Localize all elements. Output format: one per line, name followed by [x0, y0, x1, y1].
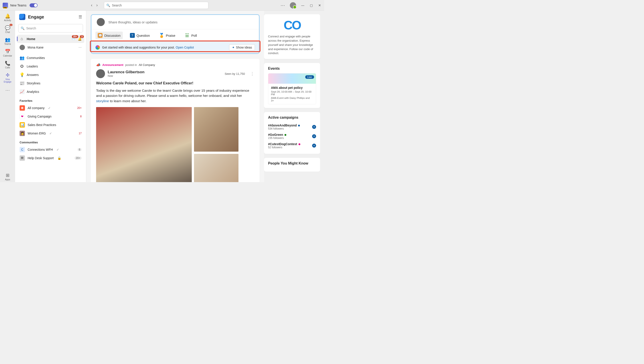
favorite-giving-campaign[interactable]: ❤Giving Campaign8 — [17, 112, 84, 121]
event-item[interactable]: Live AMA about pet policy Sept 28, 10:00… — [268, 73, 316, 104]
phone-icon: 📞 — [1, 61, 14, 66]
minimize-button[interactable]: — — [301, 4, 304, 7]
composer: Share thoughts, ideas or updates 💬Discus… — [91, 14, 260, 54]
community-help-desk[interactable]: 🛠Help Desk Support🔒20+ — [17, 154, 84, 162]
campaign-gogreen[interactable]: #GoGreen235 followers+ — [268, 132, 316, 141]
inbox-icon[interactable]: 📨20+ — [72, 37, 75, 41]
copilot-bar: Get started with ideas and suggestions f… — [92, 42, 259, 53]
add-icon[interactable]: + — [312, 134, 316, 138]
rail-viva-engage[interactable]: ✣Viva Engage — [1, 71, 14, 84]
event-title: AMA about pet policy — [271, 86, 313, 90]
post-card: 📣 Announcement posted in All Company Lau… — [91, 59, 260, 182]
rail-more-icon[interactable]: ⋯ — [5, 88, 10, 93]
bell-icon: 🔔 — [1, 13, 14, 19]
post-community-link[interactable]: All Company — [138, 63, 155, 67]
event-when: Sept 28, 10:00 AM – Sept 29, 10:00 PM — [271, 90, 313, 96]
campaigns-card: Active campaigns #AboveAndBeyond534 foll… — [264, 112, 320, 154]
announcement-icon: 📣 — [96, 63, 100, 67]
nav-home[interactable]: ⌂ Home 📨20+ 🔔3 — [17, 35, 84, 43]
global-search[interactable]: 🔍 Search — [104, 2, 208, 9]
composer-input-row[interactable]: Share thoughts, ideas or updates — [92, 15, 259, 29]
community-icon: ❤ — [20, 114, 25, 119]
campaign-above-beyond[interactable]: #AboveAndBeyond534 followers+ — [268, 122, 316, 132]
app-name: New Teams — [10, 4, 26, 7]
question-icon: ? — [130, 33, 135, 38]
tab-poll[interactable]: ☱Poll — [182, 32, 199, 39]
tab-question[interactable]: ?Question — [128, 32, 152, 39]
communities-icon: 👥 — [20, 56, 24, 60]
favorite-women-erg[interactable]: 👩Women ERG✓17 — [17, 129, 84, 138]
events-heading: Events — [268, 67, 316, 71]
new-teams-toggle[interactable] — [30, 3, 38, 7]
app-rail: 🔔Activity 💬Chat1 👥Teams 📅Calendar 📞Calls… — [0, 11, 15, 182]
favorites-heading: Favorites — [17, 96, 84, 104]
show-ideas-button[interactable]: ✦Show ideas — [229, 44, 255, 51]
post-title: Welcome Carole Poland, our new Chief Exe… — [96, 81, 254, 85]
add-icon[interactable]: + — [312, 144, 316, 148]
rail-calendar[interactable]: 📅Calendar — [1, 48, 14, 58]
engage-search[interactable]: 🔍 Search — [18, 24, 83, 33]
verified-icon: ✓ — [56, 148, 59, 151]
author-name[interactable]: Laurence Gilbertson — [108, 70, 144, 74]
nav-arrows: ‹ › — [91, 3, 98, 8]
rail-calls[interactable]: 📞Calls — [1, 59, 14, 70]
tab-discussion[interactable]: 💬Discussion — [96, 32, 123, 39]
post-time: Now — [108, 74, 144, 78]
maximize-button[interactable]: ▢ — [310, 4, 313, 7]
campaign-cutestdog[interactable]: #CutestDogContest52 followers+ — [268, 141, 316, 150]
more-icon[interactable]: ⋯ — [78, 46, 82, 49]
rail-teams[interactable]: 👥Teams — [1, 36, 14, 47]
composer-placeholder: Share thoughts, ideas or updates — [108, 20, 158, 24]
gallery-image-3[interactable] — [194, 154, 238, 182]
community-icon: 👩 — [20, 131, 25, 136]
post-menu-icon[interactable]: ⋮ — [250, 71, 254, 76]
copilot-text: Get started with ideas and suggestions f… — [102, 46, 194, 49]
chat-icon: 💬 — [1, 25, 14, 31]
nav-back-icon[interactable]: ‹ — [91, 3, 92, 8]
tab-praise[interactable]: 🏅Praise — [157, 32, 178, 39]
sparkle-icon: ✦ — [232, 46, 235, 49]
user-avatar[interactable] — [290, 2, 296, 9]
community-icon: 🛠 — [20, 155, 25, 161]
favorite-all-company[interactable]: ✽All company✓20+ — [17, 104, 84, 112]
notifications-icon[interactable]: 🔔3 — [78, 37, 82, 41]
gallery-image-2[interactable] — [194, 107, 238, 152]
engage-logo-icon — [19, 14, 25, 20]
rail-chat[interactable]: 💬Chat1 — [1, 24, 14, 35]
main-feed: Share thoughts, ideas or updates 💬Discus… — [86, 11, 264, 182]
storyline-link[interactable]: storyline — [96, 99, 109, 103]
org-intro-text: Connect and engage with people across th… — [268, 35, 316, 56]
community-icon: 📊 — [20, 122, 25, 128]
gallery-image-1[interactable] — [96, 107, 192, 182]
people-card: People You Might Know — [264, 158, 320, 172]
nav-storylines[interactable]: 📰Storylines — [17, 79, 84, 88]
community-connections-wfh[interactable]: CConnections WFH✓6 — [17, 145, 84, 154]
live-badge: Live — [305, 75, 314, 79]
rail-apps[interactable]: ⊞Apps — [1, 171, 14, 182]
praise-icon: 🏅 — [159, 33, 164, 38]
favorite-sales-best-practices[interactable]: 📊Sales Best Practices — [17, 121, 84, 129]
lock-icon: 🔒 — [58, 156, 61, 160]
events-card: Events Live AMA about pet policy Sept 28… — [264, 63, 320, 108]
calendar-icon: 📅 — [1, 49, 14, 54]
rail-activity[interactable]: 🔔Activity — [1, 12, 14, 23]
nav-answers[interactable]: 💡Answers — [17, 71, 84, 79]
author-avatar[interactable] — [96, 69, 105, 78]
chat-badge: 1 — [10, 24, 12, 26]
hamburger-icon[interactable]: ☰ — [78, 15, 82, 19]
nav-user-mona[interactable]: Mona Kane ⋯ — [17, 43, 84, 52]
nav-communities[interactable]: 👥Communities — [17, 54, 84, 62]
seen-by[interactable]: Seen by 11,750 — [225, 72, 245, 76]
verified-icon: ✓ — [50, 132, 52, 135]
org-logo: CO — [268, 18, 316, 32]
close-button[interactable]: ✕ — [318, 4, 322, 7]
nav-analytics[interactable]: 📈Analytics — [17, 88, 84, 96]
more-icon[interactable]: ⋯ — [280, 3, 285, 8]
add-icon[interactable]: + — [312, 125, 316, 129]
people-icon: 👥 — [1, 37, 14, 42]
nav-forward-icon[interactable]: › — [96, 3, 98, 8]
open-copilot-link[interactable]: Open Copilot — [176, 46, 194, 49]
home-icon: ⌂ — [20, 37, 24, 41]
people-heading: People You Might Know — [268, 161, 316, 165]
nav-leaders[interactable]: ✪Leaders — [17, 62, 84, 71]
